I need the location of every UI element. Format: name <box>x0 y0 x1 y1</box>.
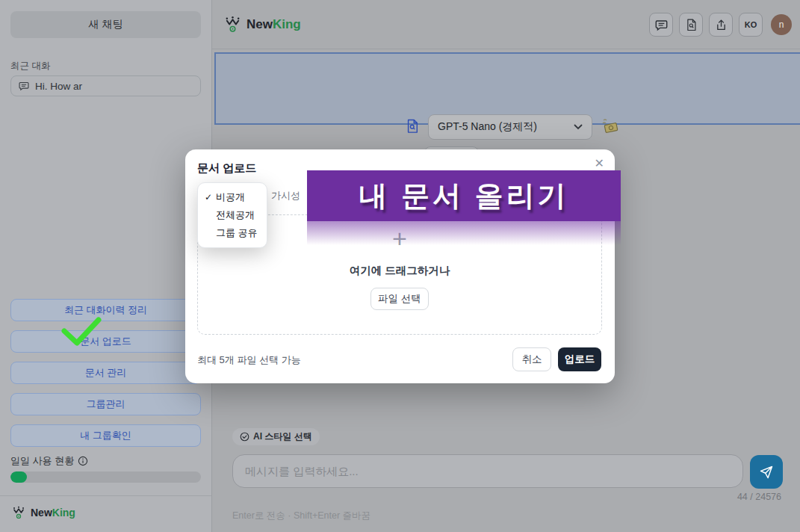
chevron-down-icon <box>574 124 583 130</box>
option-label: 전체공개 <box>216 208 255 222</box>
sidebar-action-history-cleanup[interactable]: 최근 대화이력 정리 <box>10 299 201 321</box>
close-icon[interactable]: ✕ <box>595 158 604 170</box>
language-button[interactable]: KO <box>739 13 763 37</box>
footer-brand-text: NewKing <box>31 507 75 519</box>
chat-bubble-icon <box>19 81 29 91</box>
sidebar-divider <box>0 495 211 496</box>
file-select-button[interactable]: 파일 선택 <box>370 288 429 310</box>
modal-title: 문서 업로드 <box>197 161 256 176</box>
recent-chats-label: 최근 대화 <box>10 60 50 72</box>
top-header: NewKing <box>212 0 800 49</box>
document-search-button[interactable] <box>679 13 703 37</box>
share-button[interactable] <box>709 13 733 37</box>
usage-progress-bar <box>10 471 201 483</box>
share-icon <box>715 19 728 31</box>
sidebar-action-group-manage[interactable]: 그룹관리 <box>10 393 201 415</box>
model-select-value: GPT-5 Nano (경제적) <box>438 120 537 134</box>
flying-money-icon <box>601 118 619 135</box>
chat-item-label: Hi. How ar <box>35 81 82 92</box>
header-logo: NewKing <box>224 15 301 34</box>
daily-usage-label-row: 일일 사용 현황 <box>10 454 88 468</box>
message-input[interactable] <box>232 454 743 488</box>
model-selection-zone: GPT-5 Nano (경제적) Private <box>214 52 800 125</box>
daily-usage-label: 일일 사용 현황 <box>10 454 74 468</box>
visibility-dropdown-popup: ✓ 비공개 전체공개 그룹 공유 <box>197 182 267 248</box>
app-screen: 새 채팅 최근 대화 Hi. How ar 최근 대화이력 정리 문서 업로드 … <box>0 0 800 532</box>
char-counter: 44 / 24576 <box>737 492 781 502</box>
visibility-label: 가시성 <box>271 189 300 202</box>
crown-logo-icon <box>12 505 25 520</box>
option-label: 그룹 공유 <box>216 226 258 240</box>
new-chat-button[interactable]: 새 채팅 <box>10 11 201 38</box>
cancel-button[interactable]: 취소 <box>512 347 551 371</box>
brand-text: NewKing <box>246 17 301 32</box>
sidebar-action-my-groups[interactable]: 내 그룹확인 <box>10 424 201 447</box>
option-private[interactable]: ✓ 비공개 <box>198 188 267 206</box>
recent-chat-item[interactable]: Hi. How ar <box>10 75 201 96</box>
send-button[interactable] <box>750 455 783 489</box>
document-search-icon <box>685 19 698 31</box>
model-select[interactable]: GPT-5 Nano (경제적) <box>428 114 592 140</box>
sidebar-footer-logo: NewKing <box>12 505 75 520</box>
sidebar-action-doc-manage[interactable]: 문서 관리 <box>10 362 201 384</box>
drag-here-text: 여기에 드래그하거나 <box>198 264 601 278</box>
paper-plane-icon <box>759 465 774 480</box>
sidebar: 새 채팅 최근 대화 Hi. How ar 최근 대화이력 정리 문서 업로드 … <box>0 0 212 532</box>
upload-button[interactable]: 업로드 <box>558 347 601 371</box>
usage-progress-fill <box>10 471 27 483</box>
info-icon <box>78 456 88 466</box>
user-avatar[interactable]: n <box>771 14 792 35</box>
sidebar-action-doc-upload[interactable]: 문서 업로드 <box>10 330 201 353</box>
composer-hint: Enter로 전송 · Shift+Enter 줄바꿈 <box>232 510 370 522</box>
max-files-note: 최대 5개 파일 선택 가능 <box>197 353 301 367</box>
ai-style-select-button[interactable]: AI 스타일 선택 <box>232 428 320 445</box>
chats-button[interactable] <box>649 13 673 37</box>
upload-banner: 내 문서 올리기 <box>307 170 621 221</box>
selected-check-icon: ✓ <box>205 192 216 202</box>
check-circle-icon <box>240 432 249 442</box>
option-group-share[interactable]: 그룹 공유 <box>198 224 267 242</box>
document-upload-modal: 문서 업로드 ✕ ✓ 비공개 전체공개 그룹 공유 가시성 + 여기에 드래그하… <box>185 149 615 383</box>
option-public[interactable]: 전체공개 <box>198 206 267 224</box>
chat-bubble-icon <box>655 19 668 31</box>
ai-style-label: AI 스타일 선택 <box>253 430 312 443</box>
crown-logo-icon <box>224 15 241 34</box>
option-label: 비공개 <box>216 191 245 204</box>
document-search-icon <box>406 119 419 134</box>
